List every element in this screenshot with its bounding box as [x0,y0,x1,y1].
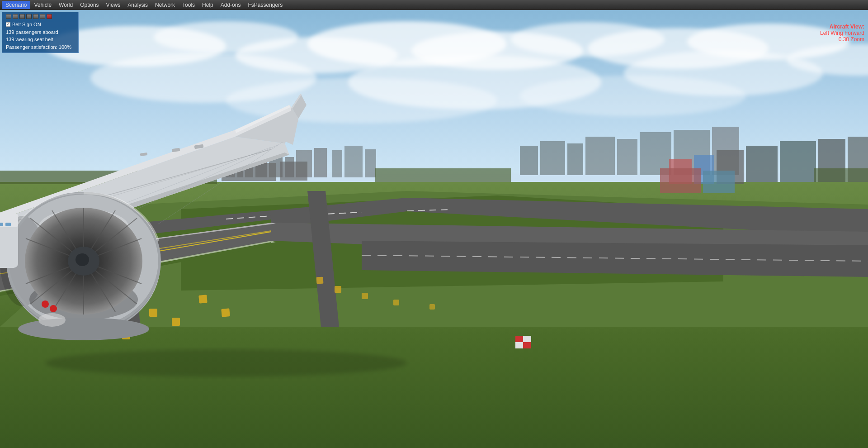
svg-rect-33 [585,137,615,175]
toolbar-btn-6[interactable] [40,14,45,19]
toolbar-btn-1[interactable] [6,14,11,19]
menu-addons[interactable]: Add-ons [217,1,245,9]
svg-rect-86 [660,168,701,193]
svg-rect-32 [567,143,583,175]
svg-rect-124 [0,223,3,226]
svg-rect-65 [198,295,208,304]
svg-rect-47 [814,168,868,182]
seat-belt-line: 139 wearing seat belt [6,36,75,43]
svg-rect-77 [523,342,531,348]
flight-viewport: ✓ Belt Sign ON 139 passengers aboard 139… [0,10,868,448]
svg-point-126 [42,300,49,308]
svg-rect-72 [362,293,368,299]
svg-rect-42 [780,141,816,182]
svg-rect-26 [314,148,327,177]
menu-fspassengers[interactable]: FsPassengers [244,1,286,9]
svg-rect-27 [332,150,342,177]
svg-rect-73 [393,300,399,305]
svg-rect-125 [5,223,11,226]
svg-rect-80 [280,162,307,181]
svg-point-127 [50,305,57,312]
svg-point-15 [520,76,746,116]
svg-rect-46 [375,168,511,182]
info-panel: ✓ Belt Sign ON 139 passengers aboard 139… [2,12,79,53]
menu-network[interactable]: Network [151,1,179,9]
menu-analysis[interactable]: Analysis [124,1,151,9]
menubar[interactable]: Scenario Vehicle World Options Views Ana… [0,0,868,10]
belt-sign-line: ✓ Belt Sign ON [6,21,75,29]
svg-point-119 [75,253,89,266]
menu-scenario[interactable]: Scenario [2,1,30,9]
svg-rect-29 [365,149,376,177]
svg-rect-34 [617,139,637,175]
toolbar-btn-2[interactable] [13,14,18,19]
menu-help[interactable]: Help [198,1,217,9]
svg-rect-70 [316,277,324,284]
svg-rect-68 [172,318,180,326]
menu-tools[interactable]: Tools [179,1,198,9]
belt-sign-checkbox[interactable]: ✓ [6,22,10,27]
svg-rect-87 [703,171,735,193]
toolbar-btn-5[interactable] [33,14,38,19]
svg-rect-31 [540,141,565,175]
panel-close-btn[interactable] [47,14,52,19]
svg-point-121 [18,318,149,340]
satisfaction-line: Passenger satisfaction: 100% [6,43,75,51]
menu-world[interactable]: World [55,1,76,9]
menu-vehicle[interactable]: Vehicle [30,1,55,9]
toolbar-btn-3[interactable] [19,14,25,19]
svg-rect-41 [746,146,778,182]
svg-point-128 [38,313,66,327]
svg-rect-74 [429,304,435,310]
passengers-line: 139 passengers aboard [6,29,75,36]
svg-rect-66 [221,308,230,317]
menu-options[interactable]: Options [76,1,102,9]
svg-point-132 [45,349,407,377]
svg-rect-30 [520,146,538,175]
scene-svg [0,10,868,448]
panel-toolbar[interactable] [6,14,75,19]
toolbar-btn-4[interactable] [26,14,32,19]
svg-rect-71 [335,286,341,293]
svg-rect-76 [515,336,523,342]
svg-rect-67 [149,309,157,317]
menu-views[interactable]: Views [103,1,124,9]
svg-rect-28 [344,146,363,177]
